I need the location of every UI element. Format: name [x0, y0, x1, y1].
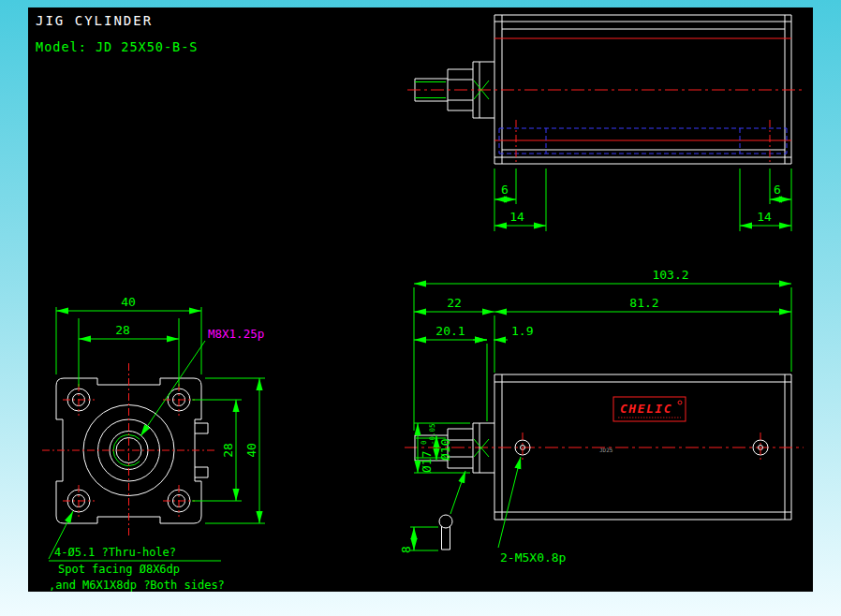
dim-40-right: 40 — [244, 443, 258, 458]
dim-8: 8 — [399, 546, 413, 553]
dim-28-top: 28 — [115, 323, 130, 337]
dim-20-1: 20.1 — [435, 324, 465, 338]
port-label: 2-M5X0.8p — [500, 550, 567, 565]
dim-1-9: 1.9 — [511, 324, 533, 338]
drawing-title: JIG CYLINDER — [36, 13, 153, 28]
dim-total-length: 103.2 — [652, 268, 688, 282]
dim-28-right: 28 — [221, 443, 235, 458]
svg-text:0: 0 — [420, 440, 428, 445]
drawing-canvas — [28, 7, 813, 592]
dim-22: 22 — [447, 296, 462, 310]
cad-viewport: JIG CYLINDER Model: JD 25X50-B-S — [0, 0, 841, 616]
dim-6-left: 6 — [501, 183, 509, 197]
body-stamp: JD25 — [599, 447, 613, 453]
svg-text:-0.05: -0.05 — [428, 423, 436, 445]
dim-40-top: 40 — [121, 295, 136, 309]
dim-14-right: 14 — [757, 210, 772, 224]
dim-81-2: 81.2 — [629, 296, 658, 310]
dim-14-left: 14 — [509, 210, 524, 224]
dim-6-right: 6 — [774, 183, 781, 197]
svg-text:Ø17: Ø17 — [420, 451, 434, 473]
note-line-1: 4-Ø5.1 ?Thru-hole? — [54, 546, 176, 559]
model-label: Model: JD 25X50-B-S — [36, 39, 198, 54]
logo-text: CHELIC — [620, 402, 672, 416]
svg-text:Ø10: Ø10 — [438, 439, 452, 461]
note-line-3: ,and M6X1X8dp ?Both sides? — [49, 579, 225, 592]
note-line-2: Spot facing Ø8X6dp — [58, 563, 180, 576]
thread-label: M8X1.25p — [208, 327, 264, 341]
svg-text:8: 8 — [399, 546, 413, 553]
svg-text:40: 40 — [244, 443, 258, 458]
dim-dia-10: Ø10 — [438, 439, 452, 461]
svg-text:28: 28 — [221, 443, 235, 458]
